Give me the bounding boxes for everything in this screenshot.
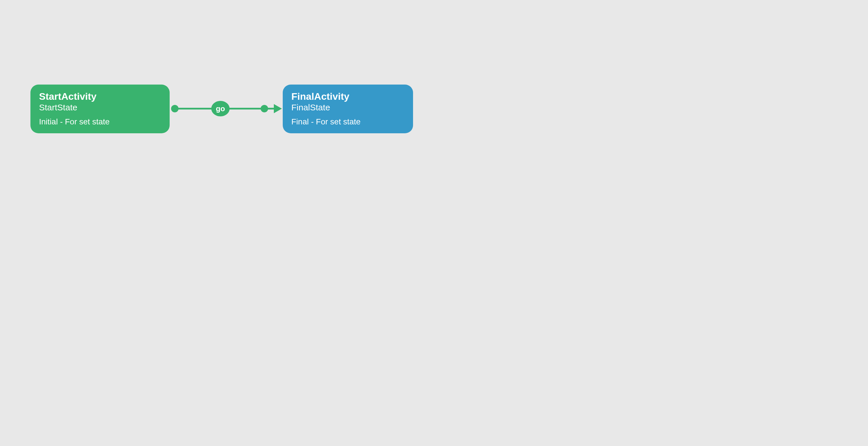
final-activity-subtitle: FinalState	[291, 102, 404, 113]
final-activity-description: Final - For set state	[291, 117, 404, 127]
edge-arrowhead-icon	[274, 104, 282, 113]
edge-label-bubble: go	[211, 101, 229, 116]
edge-label-text: go	[216, 104, 225, 113]
edge-end-dot-icon	[260, 105, 268, 112]
start-activity-description: Initial - For set state	[39, 117, 161, 127]
start-activity-node[interactable]: StartActivity StartState Initial - For s…	[30, 84, 169, 133]
final-activity-node[interactable]: FinalActivity FinalState Final - For set…	[283, 84, 413, 133]
final-activity-title: FinalActivity	[291, 91, 404, 102]
edge-start-dot-icon	[171, 105, 179, 112]
start-activity-title: StartActivity	[39, 91, 161, 102]
start-activity-subtitle: StartState	[39, 102, 161, 113]
diagram-canvas: StartActivity StartState Initial - For s…	[0, 0, 434, 223]
